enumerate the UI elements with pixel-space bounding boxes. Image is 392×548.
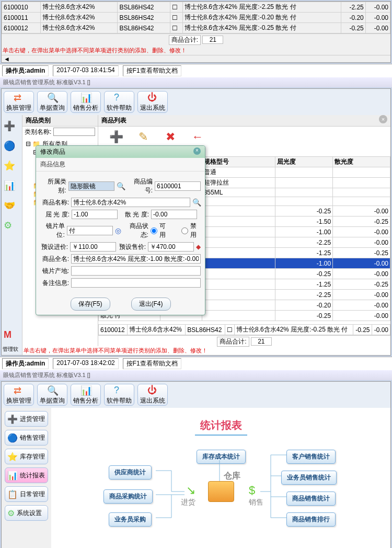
exit-button[interactable]: ⏻退出系统 [137, 384, 168, 406]
in-arrow-icon: ↘ [186, 484, 195, 497]
qu-field[interactable] [72, 210, 118, 219]
status-help: 按F1查看帮助文档 [123, 358, 181, 369]
nav-purchase[interactable]: ➕进货管理 [5, 411, 48, 427]
node-goods[interactable]: 商品销售统计 [286, 492, 336, 506]
swap-button[interactable]: ⇄换班管理 [4, 91, 34, 113]
main-sidebar: ➕ 🔵 ⭐ 📊 🤝 ⚙ M 管理软 [2, 115, 22, 355]
upper-title: 眼镜店销售管理系统 标准版V3.1 [] [0, 77, 392, 87]
query-button[interactable]: 🔍单据查询 [37, 91, 67, 113]
out-label: 销售 [249, 498, 263, 507]
unit-field[interactable] [67, 226, 113, 235]
sidebar-hand[interactable]: 🤝 [3, 197, 20, 214]
main-status: 操作员:admin 2017-07-03 18:42:02 按F1查看帮助文档 [0, 357, 392, 370]
list-title: 商品列表 [98, 115, 390, 127]
sidebar-add[interactable]: ➕ [3, 117, 20, 135]
nav-stock[interactable]: ⭐库存管理 [5, 449, 48, 464]
report-window: ⇄换班管理🔍单据查询📊销售分析?软件帮助⏻退出系统 ➕进货管理🔵销售管理⭐库存管… [1, 381, 391, 548]
dialog-titlebar[interactable]: 修改商品 × [36, 146, 205, 158]
nav-left: ➕进货管理🔵销售管理⭐库存管理📊统计报表📋日常管理⚙系统设置 [2, 408, 51, 548]
lock-icon[interactable]: ◆ [196, 243, 201, 250]
table-row[interactable]: 6100010博士伦8.6含水42%BSL86HS42☐博士伦8.6含水42% … [2, 2, 390, 13]
upper-grid: 6100010博士伦8.6含水42%BSL86HS42☐博士伦8.6含水42% … [2, 2, 390, 33]
exit-button[interactable]: ⏻退出系统 [137, 91, 168, 113]
mgmt-label: 管理软 [3, 346, 21, 353]
status-time: 2017-07-03 18:41:54 [53, 65, 118, 76]
sidebar-gear[interactable]: ⚙ [3, 216, 20, 234]
close-icon[interactable]: × [379, 115, 387, 123]
buy-field[interactable] [70, 242, 116, 252]
sell-field[interactable] [148, 242, 194, 252]
upper-scroll[interactable]: ◄ [2, 55, 390, 62]
search-icon[interactable]: 🔍 [117, 182, 125, 190]
note-field[interactable] [71, 278, 201, 288]
node-buy[interactable]: 商品采购统计 [103, 489, 153, 504]
upper-total: 商品合计: 21 [2, 33, 390, 46]
upper-status: 操作员:admin 2017-07-03 18:41:54 按F1查看帮助文档 [0, 64, 392, 77]
report-toolbar: ⇄换班管理🔍单据查询📊销售分析?软件帮助⏻退出系统 [2, 382, 390, 408]
target-icon[interactable]: ◎ [115, 226, 122, 235]
nav-sales[interactable]: 🔵销售管理 [5, 430, 48, 446]
save-button[interactable]: 保存(F5) [71, 298, 110, 311]
state-off-radio[interactable] [181, 227, 188, 234]
swap-button[interactable]: ⇄换班管理 [4, 384, 34, 406]
origin-field[interactable] [71, 266, 201, 276]
sales-button[interactable]: 📊销售分析 [71, 384, 101, 406]
main-toolbar: ⇄换班管理🔍单据查询📊销售分析?软件帮助⏻退出系统 [2, 89, 390, 115]
dialog-section: 商品信息 [36, 158, 205, 172]
node-rank[interactable]: 商品销售排行 [286, 512, 336, 527]
status-time: 2017-07-03 18:42:02 [53, 358, 118, 369]
edit-dialog: 修改商品 × 商品信息 所属类别:🔍 商品编号: 商品名称:🔍 屈 光 度: 散… [36, 145, 205, 315]
query-button[interactable]: 🔍单据查询 [37, 384, 67, 406]
box-icon [208, 481, 234, 502]
chart-title: 统计报表 [62, 418, 380, 432]
category-input[interactable] [53, 128, 95, 136]
node-salesman-buy[interactable]: 业务员采购 [109, 512, 152, 527]
chart-area: 统计报表 供应商统计 商品采购统计 业务员采购 库存成本统计 仓库 ↘ $ 进货… [51, 408, 390, 548]
nav-report[interactable]: 📊统计报表 [5, 467, 48, 483]
exit-dialog-button[interactable]: 退出(F4) [131, 298, 171, 311]
sidebar-chart[interactable]: 📊 [3, 177, 20, 195]
node-cost[interactable]: 库存成本统计 [197, 450, 246, 464]
tree-filter: 类别名称: [22, 127, 98, 138]
warehouse-label: 仓库 [224, 471, 240, 482]
sidebar-m[interactable]: M [3, 326, 20, 344]
footer-title: 眼镜店销售管理系统 标准版V3.1 [] [0, 370, 392, 380]
upper-window: 6100010博士伦8.6含水42%BSL86HS42☐博士伦8.6含水42% … [1, 1, 391, 63]
help-button[interactable]: ?软件帮助 [104, 91, 134, 113]
bottom-row-table: 6100012 博士伦8.6含水42% BSL86HS42 ☐ 博士伦8.6含水… [98, 324, 390, 335]
list-hint: 单击右键，在弹出菜单中选择不同菜单项进行类别的添加、删除、修改！ [22, 346, 390, 355]
out-arrow-icon: $ [249, 484, 255, 497]
sidebar-star[interactable]: ⭐ [3, 157, 20, 175]
nav-daily[interactable]: 📋日常管理 [5, 486, 48, 502]
nav-settings[interactable]: ⚙系统设置 [5, 505, 48, 521]
sidebar-ball[interactable]: 🔵 [3, 137, 20, 155]
table-row[interactable]: 6100011博士伦8.6含水42%BSL86HS42☐博士伦8.6含水42% … [2, 13, 390, 23]
node-customer[interactable]: 客户销售统计 [286, 450, 336, 464]
upper-hint: 单击右键，在弹出菜单中选择不同菜单项进行类别的添加、删除、修改！ [2, 46, 390, 55]
in-label: 进货 [181, 498, 195, 507]
total-label: 商品合计: [169, 35, 201, 45]
search-icon[interactable]: 🔍 [192, 198, 201, 207]
chart-title-line [195, 435, 247, 436]
category-field[interactable] [68, 181, 114, 191]
help-button[interactable]: ?软件帮助 [104, 384, 134, 406]
dialog-close-icon[interactable]: × [193, 147, 201, 155]
state-on-radio[interactable] [151, 227, 157, 234]
dialog-title: 修改商品 [40, 147, 65, 156]
status-help: 按F1查看帮助文档 [123, 65, 181, 76]
total-value: 21 [202, 36, 223, 44]
node-supplier[interactable]: 供应商统计 [109, 465, 152, 480]
content: 商品类别 商品列表 × 类别名称: ⊟ 📁 所有类别 ⊟ 📁 镜片 📁 近视镜 … [22, 115, 390, 355]
node-salesman[interactable]: 业务员销售统计 [281, 471, 337, 485]
sales-button[interactable]: 📊销售分析 [71, 91, 101, 113]
name-field[interactable] [71, 198, 190, 207]
full-field[interactable] [71, 254, 201, 264]
table-row[interactable]: 6100012博士伦8.6含水42%BSL86HS42☐博士伦8.6含水42% … [2, 23, 390, 33]
san-field[interactable] [151, 210, 197, 219]
tree-title: 商品类别 [22, 115, 98, 127]
code-field[interactable] [155, 181, 201, 191]
main-window: ⇄换班管理🔍单据查询📊销售分析?软件帮助⏻退出系统 ➕ 🔵 ⭐ 📊 🤝 ⚙ M … [1, 88, 391, 356]
